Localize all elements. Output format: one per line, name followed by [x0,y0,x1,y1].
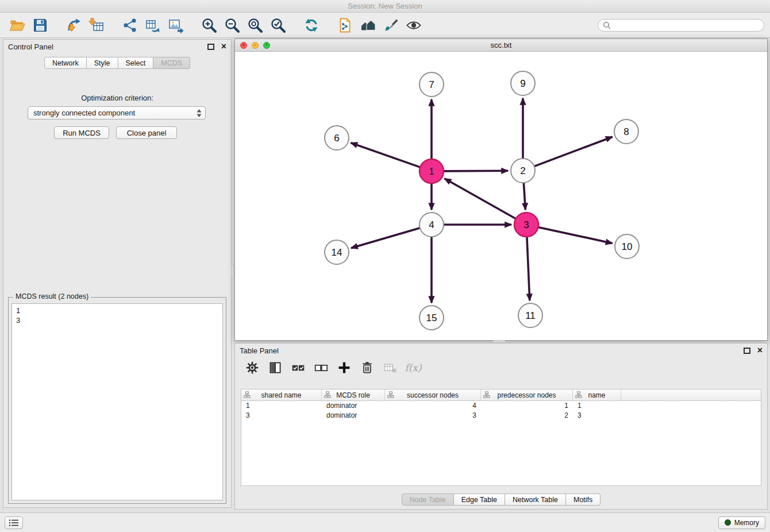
mcds-result-list: 13 [11,303,223,500]
column-header-label: name [588,391,605,399]
zoom-out-button[interactable] [221,14,244,36]
table-cell[interactable]: 3 [573,411,621,421]
new-network-button[interactable] [118,14,141,36]
export-image-button[interactable] [164,14,187,36]
table-cell[interactable]: 1 [241,401,322,411]
table-panel: Table Panel × f(x) shared nameMCDS roles… [234,343,768,510]
search-field[interactable] [598,19,764,32]
float-panel-icon[interactable] [744,348,750,354]
close-window-icon[interactable]: × [240,42,247,49]
control-panel: Control Panel × NetworkStyleSelectMCDS O… [3,39,232,508]
table-cell[interactable]: dominator [322,411,385,421]
show-graphics-details-button[interactable] [402,14,425,36]
deselect-all-icon [314,361,328,375]
column-header-MCDS-role[interactable]: MCDS role [322,390,385,400]
add-row-button[interactable] [334,358,355,377]
open-file-button[interactable] [6,14,29,36]
edge-1-to-6[interactable] [351,143,421,168]
tab-network[interactable]: Network [44,57,87,69]
table-row[interactable]: 1dominator411 [241,401,761,411]
tab-motifs[interactable]: Motifs [566,494,600,506]
plus-icon [337,361,351,375]
delete-rows-button[interactable] [357,358,378,377]
home-button[interactable] [356,14,379,36]
minimize-window-icon[interactable]: − [252,42,259,49]
search-icon [603,21,611,29]
table-settings-button[interactable] [242,358,263,377]
task-history-button[interactable] [5,516,23,529]
show-columns-button[interactable] [265,358,286,377]
edge-4-to-14[interactable] [351,228,421,248]
zoom-in-icon [201,17,217,33]
paint-style-button[interactable] [379,14,402,36]
tab-mcds[interactable]: MCDS [153,57,190,69]
column-header-predecessor-nodes[interactable]: predecessor nodes [481,390,573,400]
zoom-selected-button[interactable] [267,14,290,36]
column-type-icon [483,391,490,400]
control-panel-header: Control Panel × [3,40,231,53]
fx-icon: f(x) [405,362,421,373]
zoom-window-icon[interactable]: + [263,42,270,49]
table-row[interactable]: 3dominator323 [241,411,761,421]
edge-2-to-3[interactable] [523,182,525,210]
gear-icon [245,361,259,375]
node-label-10: 10 [622,241,633,252]
table-cell[interactable]: 2 [481,411,573,421]
save-session-button[interactable] [29,14,52,36]
table-cell[interactable]: 1 [573,401,621,411]
tab-style[interactable]: Style [87,57,118,69]
delete-column-icon [383,361,397,375]
mcds-result-title: MCDS result (2 nodes) [13,292,91,300]
edge-1-to-2[interactable] [443,171,508,171]
edge-3-to-11[interactable] [527,236,530,300]
window-controls: × − + [235,42,270,49]
table-cell[interactable]: dominator [322,401,385,411]
zoom-fit-button[interactable] [244,14,267,36]
control-panel-body: NetworkStyleSelectMCDS Optimization crit… [3,53,231,507]
float-panel-icon[interactable] [207,44,214,50]
column-header-shared-name[interactable]: shared name [241,390,322,400]
tab-network-table[interactable]: Network Table [505,494,566,506]
close-panel-icon[interactable]: × [221,43,226,51]
table-cell[interactable]: 4 [385,401,481,411]
import-network-button[interactable] [62,14,85,36]
table-cell[interactable]: 3 [385,411,481,421]
export-table-icon [145,17,161,33]
panel-splitter-vertical[interactable] [231,264,234,278]
node-label-7: 7 [429,79,434,90]
close-panel-button[interactable]: Close panel [116,126,177,139]
node-table-body: 1dominator4113dominator323 [241,401,761,421]
memory-button[interactable]: Memory [718,516,765,529]
edge-3-to-1[interactable] [445,179,517,219]
select-all-button[interactable] [288,358,309,377]
column-type-icon [387,391,394,400]
network-graph[interactable]: 7968124314101511 [235,52,767,340]
node-label-8: 8 [623,126,629,137]
trash-icon [360,361,374,375]
column-header-filler [621,390,761,400]
tab-select[interactable]: Select [118,57,154,69]
optimization-criterion-select[interactable]: strongly connected component [28,106,206,119]
export-network-button[interactable] [141,14,164,36]
table-cell[interactable]: 1 [481,401,573,411]
new-network-from-selection-button[interactable] [333,14,356,36]
close-panel-icon[interactable]: × [757,346,763,354]
combo-arrows-icon [197,109,202,118]
tab-edge-table[interactable]: Edge Table [454,494,505,506]
tab-node-table[interactable]: Node Table [402,494,454,506]
column-type-icon [324,391,331,400]
deselect-all-button[interactable] [311,358,332,377]
column-header-successor-nodes[interactable]: successor nodes [385,390,481,400]
edge-3-to-10[interactable] [538,227,613,243]
run-mcds-button[interactable]: Run MCDS [54,126,109,139]
column-header-name[interactable]: name [573,390,621,400]
search-input[interactable] [614,21,759,29]
status-bar: Memory [0,512,770,532]
edge-2-to-8[interactable] [534,137,613,167]
table-cell[interactable]: 3 [241,411,322,421]
import-table-button[interactable] [85,14,108,36]
refresh-view-button[interactable] [300,14,323,36]
zoom-in-button[interactable] [198,14,221,36]
save-icon [32,17,48,33]
home-icon [360,17,376,33]
